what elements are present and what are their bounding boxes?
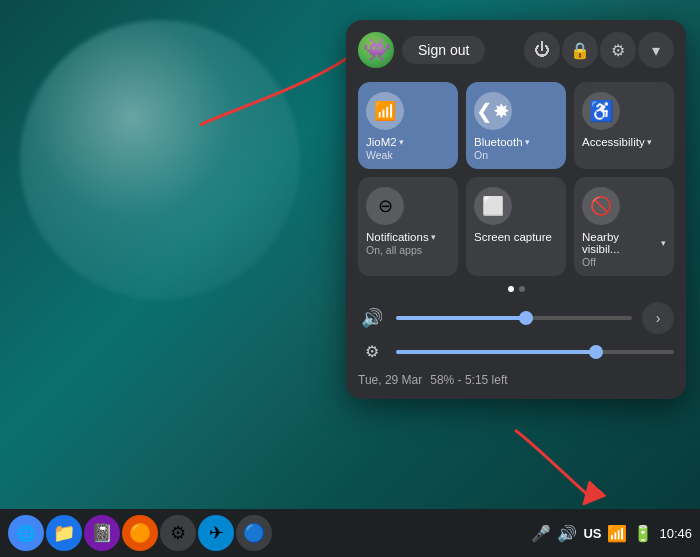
screencapture-toggle[interactable]: ⬜ Screen capture	[466, 177, 566, 276]
taskbar-icon-chrome[interactable]: 🔵	[236, 515, 272, 551]
wifi-icon: 📶	[374, 100, 396, 122]
lock-icon: 🔒	[570, 41, 590, 60]
bluetooth-icon-wrap: ❮✸	[474, 92, 512, 130]
brightness-icon: ⚙	[358, 342, 386, 361]
volume-thumb	[519, 311, 533, 325]
accessibility-chevron-icon: ▾	[647, 137, 652, 147]
expand-button[interactable]: ▾	[638, 32, 674, 68]
screencapture-label-text: Screen capture	[474, 231, 552, 243]
wifi-label: JioM2 ▾	[366, 136, 404, 148]
volume-icon: 🔊	[358, 307, 386, 329]
nearby-label: Nearby visibil... ▾	[582, 231, 666, 255]
bluetooth-icon: ❮✸	[476, 99, 510, 123]
brightness-thumb	[589, 345, 603, 359]
taskbar-time[interactable]: 10:46	[659, 526, 692, 541]
taskbar-wifi-icon[interactable]: 📶	[607, 524, 627, 543]
taskbar-battery-icon: 🔋	[633, 524, 653, 543]
settings-icon: ⚙	[611, 41, 625, 60]
lock-button[interactable]: 🔒	[562, 32, 598, 68]
header-icons: ⏻ 🔒 ⚙ ▾	[524, 32, 674, 68]
accessibility-label: Accessibility ▾	[582, 136, 652, 148]
signout-button[interactable]: Sign out	[402, 36, 485, 64]
volume-track[interactable]	[396, 316, 632, 320]
status-date: Tue, 29 Mar	[358, 373, 422, 387]
power-icon: ⏻	[534, 41, 550, 59]
volume-expand-button[interactable]: ›	[642, 302, 674, 334]
taskbar-mic-icon[interactable]: 🎤	[531, 524, 551, 543]
bluetooth-label-text: Bluetooth	[474, 136, 523, 148]
status-bar: Tue, 29 Mar 58% - 5:15 left	[358, 369, 674, 387]
accessibility-icon-wrap: ♿	[582, 92, 620, 130]
settings-button[interactable]: ⚙	[600, 32, 636, 68]
wifi-toggle[interactable]: 📶 JioM2 ▾ Weak	[358, 82, 458, 169]
wifi-sublabel: Weak	[366, 149, 393, 161]
screencapture-icon-wrap: ⬜	[474, 187, 512, 225]
brightness-slider-row: ⚙	[358, 342, 674, 361]
qs-header: Sign out ⏻ 🔒 ⚙ ▾	[358, 32, 674, 68]
notifications-label-text: Notifications	[366, 231, 429, 243]
taskbar-icon-telegram[interactable]: ✈	[198, 515, 234, 551]
volume-fill	[396, 316, 526, 320]
taskbar-language[interactable]: US	[583, 526, 601, 541]
dot-2	[519, 286, 525, 292]
taskbar-icon-apps[interactable]: 🌐	[8, 515, 44, 551]
nearby-chevron-icon: ▾	[661, 238, 666, 248]
taskbar-icon-orange[interactable]: 🟠	[122, 515, 158, 551]
notifications-chevron-icon: ▾	[431, 232, 436, 242]
status-battery: 58% - 5:15 left	[430, 373, 507, 387]
accessibility-toggle[interactable]: ♿ Accessibility ▾	[574, 82, 674, 169]
bluetooth-toggle[interactable]: ❮✸ Bluetooth ▾ On	[466, 82, 566, 169]
taskbar-icon-files[interactable]: 📁	[46, 515, 82, 551]
taskbar-icon-settings[interactable]: ⚙	[160, 515, 196, 551]
volume-slider-row: 🔊 ›	[358, 302, 674, 334]
power-button[interactable]: ⏻	[524, 32, 560, 68]
taskbar-speaker-icon[interactable]: 🔊	[557, 524, 577, 543]
avatar[interactable]	[358, 32, 394, 68]
screencapture-icon: ⬜	[482, 195, 504, 217]
accessibility-label-text: Accessibility	[582, 136, 645, 148]
nearby-toggle[interactable]: 🚫 Nearby visibil... ▾ Off	[574, 177, 674, 276]
brightness-fill	[396, 350, 596, 354]
screencapture-label: Screen capture	[474, 231, 552, 243]
notifications-sublabel: On, all apps	[366, 244, 422, 256]
taskbar-icon-onenote[interactable]: 📓	[84, 515, 120, 551]
wifi-icon-wrap: 📶	[366, 92, 404, 130]
dot-1	[508, 286, 514, 292]
expand-icon: ›	[656, 310, 661, 326]
pagination-dots	[358, 286, 674, 292]
accessibility-icon: ♿	[589, 99, 614, 123]
nearby-label-text: Nearby visibil...	[582, 231, 659, 255]
quick-settings-panel: Sign out ⏻ 🔒 ⚙ ▾ 📶 JioM2 ▾	[346, 20, 686, 399]
background-bubble	[20, 20, 300, 300]
notifications-icon-wrap: ⊖	[366, 187, 404, 225]
bluetooth-label: Bluetooth ▾	[474, 136, 530, 148]
toggles-grid: 📶 JioM2 ▾ Weak ❮✸ Bluetooth ▾ On ♿	[358, 82, 674, 276]
wifi-chevron-icon: ▾	[399, 137, 404, 147]
bluetooth-chevron-icon: ▾	[525, 137, 530, 147]
taskbar-right: 🎤 🔊 US 📶 🔋 10:46	[531, 524, 692, 543]
chevron-down-icon: ▾	[652, 41, 660, 60]
nearby-icon: 🚫	[590, 195, 612, 217]
nearby-icon-wrap: 🚫	[582, 187, 620, 225]
wifi-label-text: JioM2	[366, 136, 397, 148]
taskbar: 🌐 📁 📓 🟠 ⚙ ✈ 🔵 🎤 🔊 US 📶 🔋 10:46	[0, 509, 700, 557]
notifications-toggle[interactable]: ⊖ Notifications ▾ On, all apps	[358, 177, 458, 276]
bluetooth-sublabel: On	[474, 149, 488, 161]
notifications-icon: ⊖	[378, 195, 393, 217]
brightness-track[interactable]	[396, 350, 674, 354]
notifications-label: Notifications ▾	[366, 231, 436, 243]
nearby-sublabel: Off	[582, 256, 596, 268]
